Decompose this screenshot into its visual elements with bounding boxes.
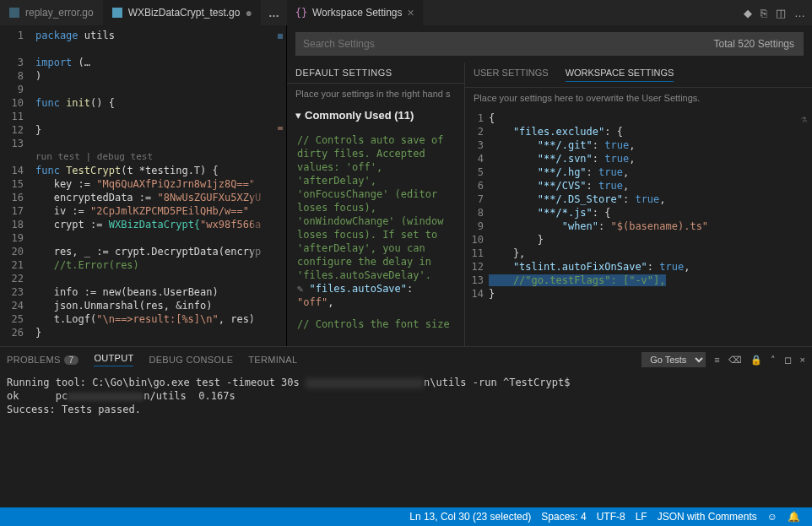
tab-label: Workspace Settings	[312, 7, 403, 19]
chevron-up-icon[interactable]: ˄	[771, 355, 776, 366]
beaker-icon[interactable]: ⚗	[801, 113, 807, 125]
tab-terminal[interactable]: TERMINAL	[248, 355, 297, 365]
settings-search-row: Total 520 Settings	[287, 25, 812, 62]
line-gutter: 13891011121314151617181920212223242526	[0, 25, 30, 346]
workspace-settings-hint: Place your settings here to overwrite th…	[465, 88, 812, 108]
default-settings-head: DEFAULT SETTINGS	[287, 62, 464, 84]
bottom-panel: PROBLEMS7 OUTPUT DEBUG CONSOLE TERMINAL …	[0, 346, 812, 505]
settings-json-editor[interactable]: 1234567891011121314 { "files.exclude": {…	[465, 108, 812, 346]
section-commonly-used[interactable]: ▾Commonly Used (11)	[287, 104, 464, 127]
redacted-path	[68, 393, 143, 401]
settings-search-box[interactable]: Total 520 Settings	[295, 32, 804, 56]
tab-label: replay_error.go	[25, 7, 94, 19]
setting-description: // Controls auto save of dirty files. Ac…	[287, 133, 464, 282]
tab-output[interactable]: OUTPUT	[94, 353, 133, 366]
tabs-row: replay_error.go WXBizDataCrypt_test.go ●…	[0, 0, 812, 25]
setting-keyvalue[interactable]: ✎ "files.autoSave": "off",	[287, 282, 464, 309]
maximize-icon[interactable]: ◻	[784, 355, 792, 366]
tab-debug-console[interactable]: DEBUG CONSOLE	[149, 355, 233, 365]
main-split: 13891011121314151617181920212223242526 p…	[0, 25, 812, 346]
selected-text[interactable]: //"go.testFlags": ["-v"],	[489, 274, 666, 286]
tab-wxbizdatacrypt[interactable]: WXBizDataCrypt_test.go ●	[103, 0, 262, 25]
minimap[interactable]	[252, 25, 286, 346]
status-spaces[interactable]: Spaces: 4	[541, 511, 586, 523]
user-workspace-settings-column: USER SETTINGS WORKSPACE SETTINGS Place y…	[464, 62, 812, 346]
status-bar: Ln 13, Col 30 (23 selected) Spaces: 4 UT…	[0, 507, 812, 526]
settings-body: DEFAULT SETTINGS Place your settings in …	[287, 62, 812, 346]
clear-icon[interactable]: ⌫	[728, 355, 742, 366]
bell-icon[interactable]: 🔔	[788, 511, 800, 523]
default-settings-hint: Place your settings in the right hand s	[287, 84, 464, 104]
search-input[interactable]	[296, 38, 706, 50]
output-content[interactable]: Running tool: C:\Go\bin\go.exe test -tim…	[0, 372, 812, 505]
code-area[interactable]: package utils import (… ) func init() { …	[30, 25, 286, 346]
json-code[interactable]: { "files.exclude": { "**/.git": true, "*…	[489, 108, 812, 346]
diff-icon[interactable]: ◆	[744, 7, 752, 19]
status-encoding[interactable]: UTF-8	[597, 511, 625, 523]
setting-description: // Controls the font size	[287, 317, 464, 331]
editor-pane: 13891011121314151617181920212223242526 p…	[0, 25, 287, 346]
close-icon[interactable]: ×	[408, 6, 414, 19]
codelens[interactable]: run test | debug test	[30, 150, 286, 164]
chevron-down-icon: ▾	[295, 109, 301, 122]
go-file-icon	[8, 7, 20, 19]
svg-rect-0	[9, 8, 19, 18]
tabs-right-group: {} Workspace Settings × ◆ ⎘ ◫ …	[287, 0, 812, 25]
panel-controls: Go Tests ≡ ⌫ 🔒 ˄ ◻ ×	[641, 352, 805, 367]
editor-controls: ◆ ⎘ ◫ …	[744, 7, 812, 19]
svg-rect-1	[112, 8, 122, 18]
tab-user-settings[interactable]: USER SETTINGS	[474, 68, 549, 82]
tab-label: WXBizDataCrypt_test.go	[128, 7, 241, 19]
close-icon[interactable]: ×	[800, 355, 805, 365]
tab-overflow[interactable]: …	[262, 7, 286, 19]
close-icon[interactable]: ●	[245, 6, 252, 19]
json-gutter: 1234567891011121314	[465, 108, 489, 346]
braces-icon: {}	[295, 7, 307, 19]
lock-scroll-icon[interactable]: 🔒	[750, 355, 762, 366]
filter-icon[interactable]: ≡	[714, 355, 719, 365]
go-file-icon	[111, 7, 123, 19]
feedback-icon[interactable]: ☺	[767, 511, 777, 523]
status-eol[interactable]: LF	[636, 511, 647, 523]
tab-replay-error[interactable]: replay_error.go	[0, 0, 103, 25]
tab-workspace-settings[interactable]: WORKSPACE SETTINGS	[566, 68, 674, 82]
problems-badge: 7	[64, 355, 79, 365]
default-settings-column: DEFAULT SETTINGS Place your settings in …	[287, 62, 464, 346]
settings-pane: Total 520 Settings DEFAULT SETTINGS Plac…	[287, 25, 812, 346]
tab-problems[interactable]: PROBLEMS7	[7, 355, 78, 365]
output-channel-select[interactable]: Go Tests	[641, 352, 706, 367]
more-icon[interactable]: …	[794, 7, 805, 19]
panel-tabs: PROBLEMS7 OUTPUT DEBUG CONSOLE TERMINAL …	[0, 347, 812, 372]
tab-workspace-settings[interactable]: {} Workspace Settings ×	[287, 0, 424, 25]
redacted-path	[306, 378, 424, 388]
open-settings-icon[interactable]: ⎘	[761, 7, 767, 19]
settings-scope-tabs: USER SETTINGS WORKSPACE SETTINGS	[465, 62, 812, 88]
status-ln-col[interactable]: Ln 13, Col 30 (23 selected)	[409, 511, 531, 523]
split-editor-icon[interactable]: ◫	[776, 7, 786, 19]
status-language[interactable]: JSON with Comments	[658, 511, 757, 523]
settings-total: Total 520 Settings	[706, 38, 803, 50]
tabs-left-group: replay_error.go WXBizDataCrypt_test.go ●…	[0, 0, 287, 25]
pencil-icon[interactable]: ✎	[297, 283, 309, 295]
